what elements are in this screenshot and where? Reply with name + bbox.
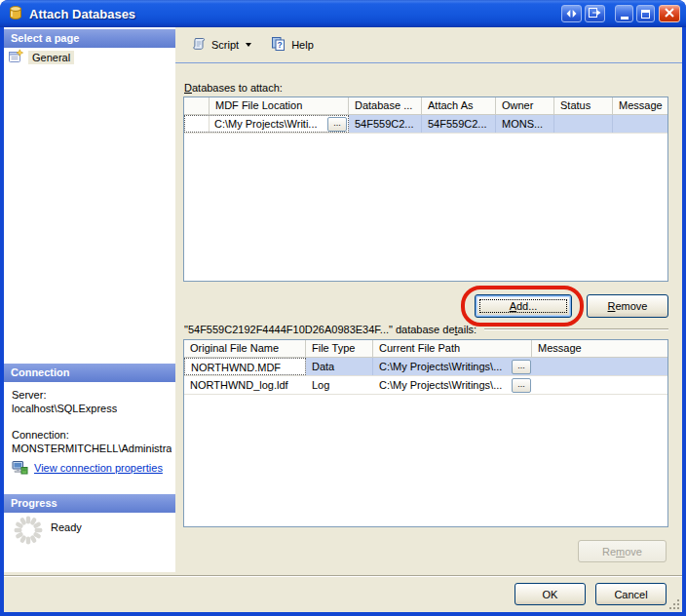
maximize-button[interactable] [636,5,655,22]
databases-grid: MDF File Location Database ... Attach As… [183,96,668,282]
script-label: Script [211,39,239,51]
browse-button[interactable]: ... [512,378,531,393]
col-message[interactable]: Message [613,97,667,114]
scroll-icon [191,36,207,54]
spinner-icon [12,514,45,549]
cell-original-file-name[interactable]: NORTHWND_log.ldf [184,376,306,394]
server-value: localhost\SQLExpress [12,403,117,414]
attach-databases-dialog: Attach Databases [0,0,686,616]
col-selector[interactable] [184,97,210,114]
row-focus-cells: C:\My Projects\Writi... ... [184,115,349,133]
cell-attach-as[interactable]: 54F559C2... [422,115,496,133]
col-attach-as[interactable]: Attach As [422,97,496,114]
connection-value: MONSTERMITCHELL\Administra [12,443,172,454]
select-a-page-header: Select a page [4,29,175,48]
link-label[interactable]: View connection properties [34,462,163,474]
dock-window-icon [589,8,601,19]
cell-status[interactable] [554,115,613,133]
toolbar: Script ? Help [175,27,682,63]
cell-file-type[interactable]: Log [306,376,373,394]
close-icon [665,8,674,19]
cell-owner[interactable]: MONS... [496,115,554,133]
window-title: Attach Databases [29,7,561,21]
minimize-icon [621,17,629,19]
help-label: Help [291,39,314,51]
remove-details-button-disabled: Remove [578,540,667,562]
svg-text:?: ? [278,40,283,50]
arrows-button[interactable] [561,5,582,22]
cell-mdf-file-location[interactable]: C:\My Projects\Writi... ... [210,116,348,132]
sidebar: Select a page General Connection Server:… [4,27,175,572]
database-icon [8,5,23,22]
remove-details-label: Remove [602,546,642,558]
col-status[interactable]: Status [554,97,613,114]
help-button[interactable]: ? Help [263,32,322,58]
cell-current-file-path[interactable]: C:\My Projects\Writings\... ... [373,358,532,375]
progress-status: Ready [51,521,82,533]
connection-header: Connection [4,364,175,382]
page-icon [8,49,23,66]
title-bar[interactable]: Attach Databases [0,0,686,27]
details-label-row: "54F559C2192F4444F10D26A0983E34F..." dat… [184,324,668,335]
col-current-file-path[interactable]: Current File Path [373,340,532,357]
browse-button[interactable]: ... [327,117,347,132]
computer-icon [12,459,28,477]
table-row[interactable]: NORTHWND.MDF Data C:\My Projects\Writing… [184,358,667,376]
cell-message[interactable] [532,376,667,394]
footer: OK Cancel [4,572,682,612]
cancel-button[interactable]: Cancel [595,583,667,605]
col-message[interactable]: Message [532,340,667,357]
remove-button-label: Remove [608,300,648,312]
col-database[interactable]: Database ... [349,97,422,114]
close-button[interactable] [659,5,680,22]
connection-label: Connection: [12,429,69,441]
database-details-label: "54F559C2192F4444F10D26A0983E34F..." dat… [184,324,476,335]
server-label: Server: [12,389,46,401]
cell-message[interactable] [532,358,667,375]
maximize-icon [641,10,650,19]
col-owner[interactable]: Owner [496,97,554,114]
databases-grid-header: MDF File Location Database ... Attach As… [184,97,667,115]
sidebar-item-label: General [28,51,74,64]
script-button[interactable]: Script [183,32,259,58]
details-grid-header: Original File Name File Type Current Fil… [184,340,667,358]
col-mdf-file-location[interactable]: MDF File Location [210,97,349,114]
cell-file-type[interactable]: Data [306,358,373,375]
add-button-label: Add... [510,300,538,312]
sidebar-item-general[interactable]: General [8,49,74,66]
minimize-button[interactable] [615,5,633,22]
help-pages-icon: ? [271,36,286,54]
view-connection-properties-link[interactable]: View connection properties [12,459,163,477]
ok-button[interactable]: OK [514,583,586,605]
left-right-arrows-icon [566,8,577,19]
table-row[interactable]: C:\My Projects\Writi... ... 54F559C2... … [184,115,667,134]
cell-database[interactable]: 54F559C2... [349,115,422,133]
cell-current-file-path[interactable]: C:\My Projects\Writings\... ... [373,376,532,394]
databases-to-attach-label: Databases to attach: [184,82,283,94]
remove-button[interactable]: Remove [587,294,668,318]
browse-button[interactable]: ... [512,360,531,374]
details-grid: Original File Name File Type Current Fil… [183,339,668,527]
cell-original-file-name[interactable]: NORTHWND.MDF [184,358,306,375]
add-button[interactable]: Add... [475,294,572,318]
row-selector-cell[interactable] [185,116,210,132]
table-row[interactable]: NORTHWND_log.ldf Log C:\My Projects\Writ… [184,376,667,395]
progress-header: Progress [4,494,175,513]
cell-message[interactable] [613,115,667,133]
resize-grip[interactable] [677,607,679,609]
col-original-file-name[interactable]: Original File Name [184,340,306,357]
divider-line [484,328,668,330]
dropdown-arrow-icon [246,43,251,47]
col-file-type[interactable]: File Type [306,340,373,357]
footer-divider [4,575,682,577]
dock-button[interactable] [585,5,605,22]
content-pane: Script ? Help Databases to attach: MDF [175,27,682,572]
